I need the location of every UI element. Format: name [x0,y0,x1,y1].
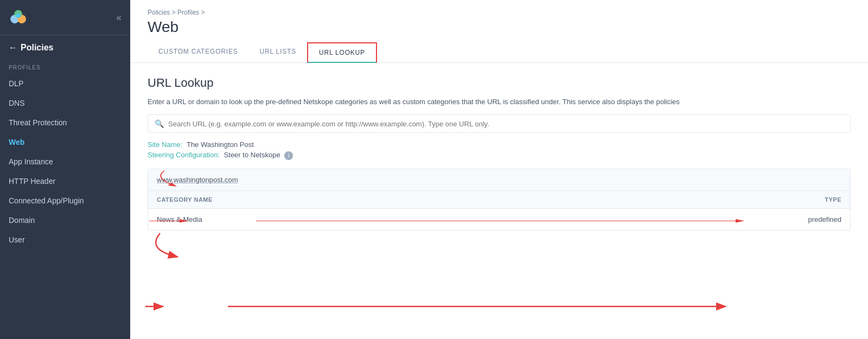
content-title: URL Lookup [148,76,851,90]
url-text: www.washingtonpost.com [157,176,238,184]
breadcrumb: Policies > Profiles > [148,9,851,16]
back-arrow-icon: ← [9,43,17,53]
search-input[interactable] [168,120,844,128]
breadcrumb-policies[interactable]: Policies [148,9,170,16]
sidebar-item-user[interactable]: User [0,230,130,250]
sidebar-item-connected-app[interactable]: Connected App/Plugin [0,191,130,210]
svg-point-3 [16,14,21,18]
main-content: Policies > Profiles > Web CUSTOM CATEGOR… [130,0,868,339]
top-area: Policies > Profiles > Web CUSTOM CATEGOR… [130,0,868,63]
type-value: predefined [733,215,841,223]
search-bar[interactable]: 🔍 [148,114,851,133]
content-area: URL Lookup Enter a URL or domain to look… [130,63,868,339]
logo [9,9,30,26]
steering-label: Steering Configuration: [148,151,220,159]
site-name-value: The Washington Post [187,140,254,149]
col-type-header: TYPE [733,196,841,203]
sidebar-item-dns[interactable]: DNS [0,93,130,113]
results-container: www.washingtonpost.com CATEGORY NAME TYP… [148,169,851,231]
sidebar-item-app-instance[interactable]: App Instance [0,152,130,171]
sidebar-item-threat-protection[interactable]: Threat Protection [0,113,130,132]
tab-url-lists[interactable]: URL LISTS [249,42,307,62]
tab-url-lookup[interactable]: URL LOOKUP [307,42,377,63]
collapse-icon[interactable]: « [116,12,122,23]
table-header: CATEGORY NAME TYPE [148,191,850,209]
sidebar-item-web[interactable]: Web [0,132,130,152]
site-name-row: Site Name: The Washington Post [148,140,851,149]
site-info: Site Name: The Washington Post Steering … [148,140,851,160]
table-row: News & Media predefined [148,209,850,230]
search-icon: 🔍 [155,119,164,128]
sidebar-item-dlp[interactable]: DLP [0,74,130,93]
breadcrumb-profiles[interactable]: Profiles [177,9,199,16]
col-category-header: CATEGORY NAME [157,196,733,203]
profiles-section-label: PROFILES [0,57,130,74]
sidebar: « ← Policies PROFILES DLP DNS Threat Pro… [0,0,130,339]
site-name-label: Site Name: [148,140,182,149]
sidebar-item-http-header[interactable]: HTTP Header [0,171,130,191]
info-icon: i [284,151,293,160]
category-name: News & Media [157,215,733,223]
tab-custom-categories[interactable]: CUSTOM CATEGORIES [148,42,249,62]
sidebar-back-button[interactable]: ← Policies [0,35,130,57]
sidebar-header: « [0,0,130,35]
url-result-row: www.washingtonpost.com [148,169,850,191]
description-text: Enter a URL or domain to look up the pre… [148,98,851,106]
back-label: Policies [21,43,53,53]
sidebar-item-domain[interactable]: Domain [0,210,130,230]
page-title: Web [148,18,851,36]
steering-row: Steering Configuration: Steer to Netskop… [148,151,851,160]
steering-value: Steer to Netskope [224,151,280,159]
tabs-bar: CUSTOM CATEGORIES URL LISTS URL LOOKUP [148,42,851,62]
